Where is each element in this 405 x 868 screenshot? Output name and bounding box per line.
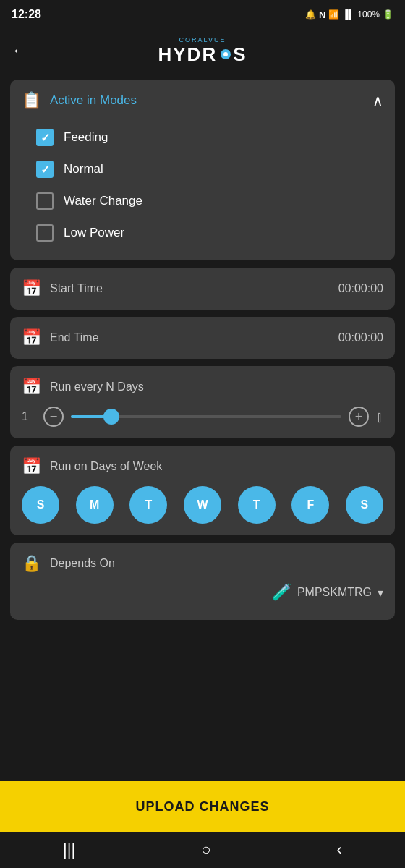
end-time-card[interactable]: 📅 End Time 00:00:00 [10,317,395,359]
start-time-card[interactable]: 📅 Start Time 00:00:00 [10,268,395,310]
run-every-n-label: Run every N Days [50,380,144,393]
status-bar: 12:28 🔔 N 📶 ▐▌ 100% 🔋 [0,0,405,29]
mode-item-water-change[interactable]: Water Change [22,185,383,217]
start-time-row: 📅 Start Time 00:00:00 [22,279,383,298]
normal-checkbox[interactable] [36,161,54,178]
back-button[interactable]: ← [12,41,27,60]
start-time-icon: 📅 [22,279,41,298]
day-friday[interactable]: F [291,486,329,524]
logo-main: HYDR S [158,43,247,66]
day-monday[interactable]: M [76,486,114,524]
active-modes-header: 📋 Active in Modes ∧ [22,91,383,110]
end-time-row: 📅 End Time 00:00:00 [22,328,383,347]
depends-dropdown-arrow[interactable]: ▾ [378,586,383,600]
days-of-week-label: Run on Days of Week [50,460,162,473]
logo-subtitle: CORALVUE [179,36,226,43]
split-icon: ⫿ [376,409,383,425]
logo-text-s: S [233,43,247,66]
logo: CORALVUE HYDR S [158,36,247,66]
depends-on-label: Depends On [50,557,115,570]
end-time-value: 00:00:00 [338,331,383,344]
decrement-button[interactable]: − [43,407,64,427]
bottom-nav: ||| ○ ‹ [0,832,405,868]
depends-on-card: 🔒 Depends On 🧪 PMPSKMTRG ▾ [10,542,395,620]
slider-value: 1 [22,410,36,423]
pump-icon: 🧪 [272,583,291,602]
end-time-icon: 📅 [22,328,41,347]
water-change-checkbox[interactable] [36,192,54,210]
main-content: 📋 Active in Modes ∧ Feeding Normal Water… [0,72,405,781]
day-wednesday[interactable]: W [184,486,221,524]
status-time: 12:28 [12,8,41,21]
slider-track[interactable] [71,415,341,418]
low-power-label: Low Power [64,226,124,240]
feeding-checkbox[interactable] [36,129,54,146]
feeding-label: Feeding [64,130,108,145]
battery-text: 100% [357,9,380,20]
depends-on-value-row[interactable]: 🧪 PMPSKMTRG ▾ [22,583,383,608]
days-of-week-icon: 📅 [22,457,41,476]
alarm-icon: 🔔 [305,9,316,20]
start-time-value: 00:00:00 [338,282,383,295]
end-time-label: End Time [50,331,330,344]
upload-changes-label: UPLOAD CHANGES [135,799,269,814]
day-thursday[interactable]: T [238,486,276,524]
water-change-label: Water Change [64,194,142,208]
day-saturday[interactable]: S [346,486,383,524]
days-of-week-card: 📅 Run on Days of Week S M T W T F S [10,446,395,535]
day-sunday[interactable]: S [22,486,59,524]
signal-icon: ▐▌ [342,9,354,20]
nav-home-icon[interactable]: ○ [201,841,210,859]
start-time-label: Start Time [50,282,330,295]
app-header: ← CORALVUE HYDR S [0,29,405,72]
active-modes-card: 📋 Active in Modes ∧ Feeding Normal Water… [10,80,395,260]
nav-back-icon[interactable]: ‹ [337,841,342,859]
slider-thumb[interactable] [103,409,119,425]
active-modes-title: Active in Modes [50,93,137,108]
depends-on-header: 🔒 Depends On [22,554,383,573]
logo-dot-icon [221,49,231,59]
mode-item-normal[interactable]: Normal [22,153,383,185]
increment-button[interactable]: + [349,407,369,427]
normal-label: Normal [64,162,103,176]
depends-on-value: PMPSKMTRG [297,586,372,599]
run-every-n-card: 📅 Run every N Days 1 − + ⫿ [10,366,395,438]
active-modes-header-left: 📋 Active in Modes [22,91,137,110]
lock-icon: 🔒 [22,554,41,573]
modes-icon: 📋 [22,91,41,110]
mode-item-low-power[interactable]: Low Power [22,217,383,249]
run-every-n-icon: 📅 [22,378,41,396]
logo-text: HYDR [158,43,217,66]
low-power-checkbox[interactable] [36,224,54,242]
n-icon: N [319,9,325,20]
upload-changes-button[interactable]: UPLOAD CHANGES [0,781,405,832]
days-row: S M T W T F S [22,486,383,524]
nav-recents-icon[interactable]: ||| [63,841,75,859]
battery-icon: 🔋 [383,9,393,20]
wifi-icon: 📶 [328,9,339,20]
slider-row: 1 − + ⫿ [22,407,383,427]
days-of-week-header: 📅 Run on Days of Week [22,457,383,476]
chevron-up-icon[interactable]: ∧ [372,92,383,109]
run-every-n-header: 📅 Run every N Days [22,378,383,396]
status-icons: 🔔 N 📶 ▐▌ 100% 🔋 [305,9,393,20]
day-tuesday[interactable]: T [129,486,167,524]
mode-item-feeding[interactable]: Feeding [22,122,383,153]
